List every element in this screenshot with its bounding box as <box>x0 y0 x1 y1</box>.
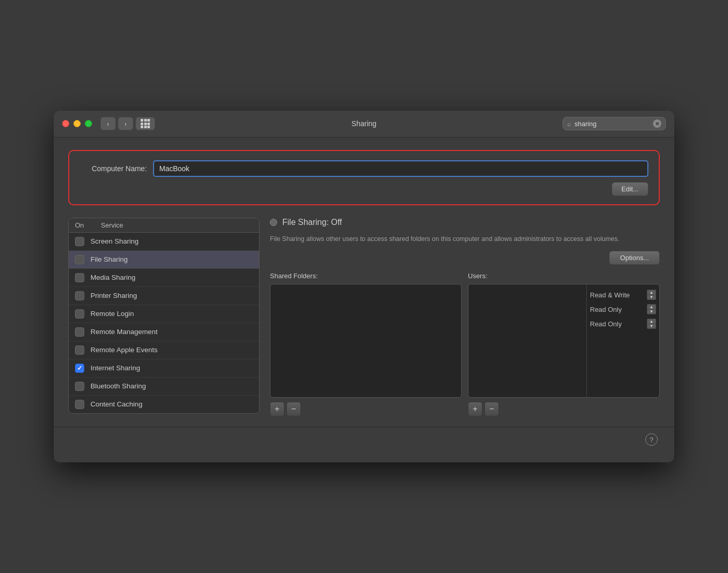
remote-apple-events-label: Remote Apple Events <box>90 346 158 354</box>
titlebar: ‹ › Sharing ⌕ ✕ <box>54 111 674 138</box>
remote-apple-events-checkbox[interactable] <box>75 345 84 355</box>
folder-add-remove-row: + − <box>270 402 462 416</box>
shared-folders-label: Shared Folders: <box>270 272 462 280</box>
perm-label-2: Read Only <box>590 320 621 328</box>
forward-icon: › <box>125 120 127 128</box>
perm-row-0: Read & Write ▲ ▼ <box>590 290 656 300</box>
remote-management-label: Remote Management <box>90 328 158 336</box>
users-names-area <box>468 284 587 397</box>
right-panel: File Sharing: Off File Sharing allows ot… <box>270 218 660 417</box>
computer-name-section: Computer Name: Edit... <box>68 150 660 205</box>
forward-button[interactable]: › <box>118 117 133 130</box>
back-button[interactable]: ‹ <box>100 117 116 130</box>
shared-folders-listbox[interactable] <box>270 284 462 398</box>
status-dot <box>270 219 277 226</box>
main-content: Computer Name: Edit... On Service <box>54 138 674 463</box>
users-permissions-area: Read & Write ▲ ▼ Read Only ▲ <box>587 284 659 397</box>
perm-down-2[interactable]: ▼ <box>647 324 656 329</box>
edit-button-row: Edit... <box>80 182 648 196</box>
internet-sharing-checkbox[interactable] <box>75 364 84 373</box>
service-row-remote-login[interactable]: Remote Login <box>69 305 259 323</box>
perm-down-1[interactable]: ▼ <box>647 309 656 314</box>
shared-folders-column: Shared Folders: + − <box>270 272 462 416</box>
remote-login-label: Remote Login <box>90 310 134 318</box>
users-listbox[interactable]: Read & Write ▲ ▼ Read Only ▲ <box>468 284 660 398</box>
service-row-file-sharing[interactable]: File Sharing <box>69 251 259 269</box>
search-input[interactable] <box>574 120 650 128</box>
search-box: ⌕ ✕ <box>563 117 666 130</box>
perm-label-0: Read & Write <box>590 291 630 299</box>
service-row-screen-sharing[interactable]: Screen Sharing <box>69 233 259 251</box>
content-caching-label: Content Caching <box>90 400 143 408</box>
options-row: Options... <box>270 251 660 265</box>
bluetooth-sharing-label: Bluetooth Sharing <box>90 382 146 390</box>
grid-view-button[interactable] <box>135 117 155 130</box>
back-icon: ‹ <box>107 120 109 128</box>
computer-name-label: Computer Name: <box>80 164 147 173</box>
service-row-remote-management[interactable]: Remote Management <box>69 323 259 341</box>
search-icon: ⌕ <box>567 120 571 128</box>
remote-login-checkbox[interactable] <box>75 309 84 319</box>
perm-stepper-1[interactable]: ▲ ▼ <box>647 304 656 314</box>
add-folder-button[interactable]: + <box>270 402 284 416</box>
internet-sharing-label: Internet Sharing <box>90 364 140 372</box>
nav-buttons: ‹ › <box>100 117 133 130</box>
media-sharing-checkbox[interactable] <box>75 273 84 282</box>
remote-management-checkbox[interactable] <box>75 327 84 337</box>
printer-sharing-checkbox[interactable] <box>75 291 84 300</box>
remove-folder-button[interactable]: − <box>286 402 301 416</box>
screen-sharing-label: Screen Sharing <box>90 237 139 245</box>
options-button[interactable]: Options... <box>609 251 660 265</box>
folders-users-section: Shared Folders: + − Users: <box>270 272 660 416</box>
services-panel: On Service Screen Sharing File Sharing <box>68 218 260 417</box>
file-sharing-header: File Sharing: Off <box>270 218 660 227</box>
file-sharing-label: File Sharing <box>90 255 128 263</box>
media-sharing-label: Media Sharing <box>90 274 135 281</box>
lower-section: On Service Screen Sharing File Sharing <box>68 218 660 417</box>
service-row-remote-apple-events[interactable]: Remote Apple Events <box>69 341 259 359</box>
computer-name-row: Computer Name: <box>80 160 648 177</box>
perm-stepper-2[interactable]: ▲ ▼ <box>647 319 656 329</box>
help-row: ? <box>68 427 660 450</box>
service-row-content-caching[interactable]: Content Caching <box>69 396 259 413</box>
edit-button[interactable]: Edit... <box>612 182 648 196</box>
close-button[interactable] <box>62 120 69 127</box>
remove-user-button[interactable]: − <box>484 402 499 416</box>
services-header: On Service <box>69 218 259 233</box>
users-column: Users: Read & Write ▲ ▼ <box>468 272 660 416</box>
perm-up-1[interactable]: ▲ <box>647 304 656 309</box>
service-row-internet-sharing[interactable]: Internet Sharing <box>69 359 259 378</box>
perm-up-2[interactable]: ▲ <box>647 319 656 324</box>
perm-up-0[interactable]: ▲ <box>647 290 656 295</box>
service-row-bluetooth-sharing[interactable]: Bluetooth Sharing <box>69 378 259 396</box>
perm-label-1: Read Only <box>590 306 621 313</box>
grid-icon <box>141 119 150 128</box>
user-add-remove-row: + − <box>468 402 660 416</box>
traffic-lights <box>62 120 92 127</box>
computer-name-input[interactable] <box>153 160 648 177</box>
window: ‹ › Sharing ⌕ ✕ Computer Name: <box>54 111 674 463</box>
maximize-button[interactable] <box>85 120 92 127</box>
perm-stepper-0[interactable]: ▲ ▼ <box>647 290 656 300</box>
minimize-button[interactable] <box>73 120 81 127</box>
perm-down-0[interactable]: ▼ <box>647 295 656 300</box>
service-row-printer-sharing[interactable]: Printer Sharing <box>69 287 259 305</box>
help-button[interactable]: ? <box>645 433 658 446</box>
window-title: Sharing <box>352 119 376 128</box>
col-service-header: Service <box>101 221 123 229</box>
col-on-header: On <box>75 221 101 229</box>
users-label: Users: <box>468 272 660 280</box>
services-table: On Service Screen Sharing File Sharing <box>68 218 260 414</box>
search-clear-button[interactable]: ✕ <box>653 119 661 128</box>
screen-sharing-checkbox[interactable] <box>75 237 84 246</box>
file-sharing-checkbox[interactable] <box>75 255 84 264</box>
file-sharing-description: File Sharing allows other users to acces… <box>270 234 660 244</box>
perm-row-1: Read Only ▲ ▼ <box>590 304 656 314</box>
bluetooth-sharing-checkbox[interactable] <box>75 382 84 391</box>
service-row-media-sharing[interactable]: Media Sharing <box>69 269 259 287</box>
file-sharing-title: File Sharing: Off <box>282 218 342 227</box>
add-user-button[interactable]: + <box>468 402 482 416</box>
printer-sharing-label: Printer Sharing <box>90 292 137 299</box>
content-caching-checkbox[interactable] <box>75 400 84 409</box>
perm-row-2: Read Only ▲ ▼ <box>590 319 656 329</box>
